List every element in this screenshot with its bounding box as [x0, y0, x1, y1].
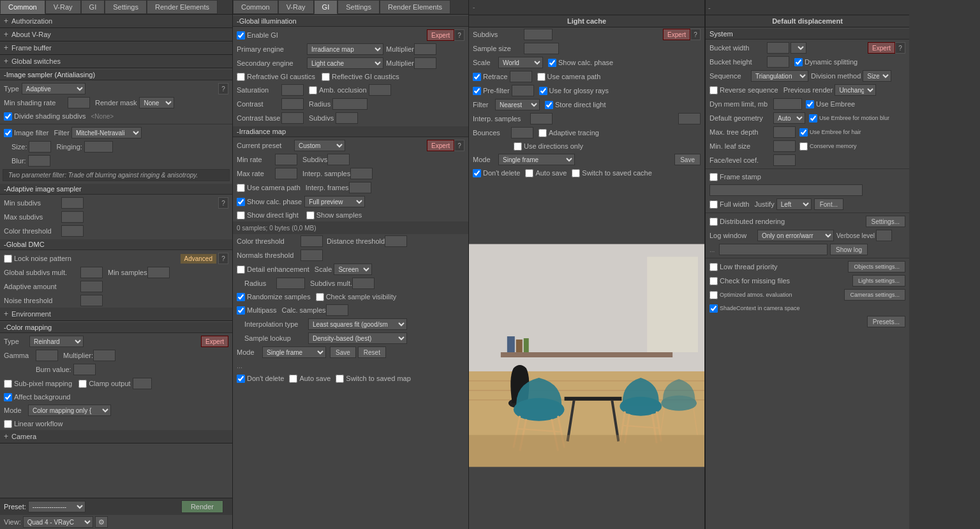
- lc-auto-save-check[interactable]: [525, 169, 533, 177]
- check-sample-vis-check[interactable]: [316, 293, 324, 301]
- global-switches-section[interactable]: + Global switches: [0, 55, 232, 68]
- color-mapping-header[interactable]: - Color mapping: [0, 322, 232, 333]
- lights-settings-btn[interactable]: Lights settings...: [852, 275, 905, 287]
- amb-occlusion-check[interactable]: [309, 86, 317, 94]
- size-input[interactable]: 4,0: [29, 141, 51, 153]
- max-tree-input[interactable]: 80: [773, 126, 796, 138]
- dmc-question[interactable]: ?: [218, 253, 228, 264]
- system-header[interactable]: System: [706, 29, 909, 40]
- min-rate-input[interactable]: -3: [275, 154, 297, 165]
- type-question-btn[interactable]: ?: [218, 83, 228, 94]
- current-preset-select[interactable]: Custom: [294, 140, 345, 151]
- lc-mode-select[interactable]: Single frame: [498, 154, 575, 165]
- global-subdivs-input[interactable]: 1,0: [80, 267, 103, 278]
- saturation-input[interactable]: 1,0: [281, 84, 304, 96]
- dist-settings-btn[interactable]: Settings...: [866, 216, 905, 227]
- font-btn[interactable]: Font...: [814, 198, 843, 210]
- sys-expert-btn[interactable]: Expert: [868, 42, 895, 54]
- bucket-width-input[interactable]: 30: [767, 42, 789, 54]
- subdivs-mult-input[interactable]: 0,3: [352, 278, 375, 289]
- lc-prefilter-check[interactable]: [473, 87, 481, 95]
- frame-buffer-section[interactable]: + Frame buffer: [0, 41, 232, 55]
- min-shading-input[interactable]: 1: [68, 97, 90, 108]
- min-subdivs-input[interactable]: 1: [61, 197, 84, 209]
- about-vray-section[interactable]: + About V-Ray: [0, 28, 232, 41]
- mode-cm-select[interactable]: Color mapping only {: [28, 405, 111, 416]
- tab-vray-left[interactable]: V-Ray: [45, 0, 81, 14]
- lc-scale-select[interactable]: World: [498, 57, 543, 68]
- use-camera-path-check[interactable]: [237, 184, 245, 192]
- secondary-engine-select[interactable]: Light cache: [307, 57, 383, 69]
- filter-select[interactable]: Mitchell-Netravali: [71, 127, 142, 138]
- type-cm-select[interactable]: Reinhard: [29, 336, 84, 347]
- log-file-input[interactable]: %TEMP%\VRayLog.txt: [719, 244, 828, 255]
- lc-retrace-input[interactable]: 1,0: [510, 71, 532, 82]
- verbose-level-input[interactable]: 3: [876, 230, 892, 241]
- reflective-gi-check[interactable]: [322, 73, 330, 81]
- face-level-input[interactable]: 1,0: [773, 154, 796, 166]
- noise-threshold-input[interactable]: 0,005: [80, 295, 103, 306]
- calc-samples-input[interactable]: 15: [326, 304, 348, 316]
- tab-settings-mid[interactable]: Settings: [338, 0, 380, 14]
- scale-de-select[interactable]: Screen: [334, 264, 372, 275]
- lc-sample-size-input[interactable]: 0,01cm: [524, 43, 559, 54]
- dyn-mem-input[interactable]: 8000: [773, 98, 802, 110]
- sys-question[interactable]: ?: [895, 42, 905, 54]
- lc-store-direct-check[interactable]: [545, 101, 553, 109]
- ir-reset-btn[interactable]: Reset: [358, 346, 386, 358]
- log-window-select[interactable]: Only on error/warr: [757, 230, 834, 241]
- interp-frames-input[interactable]: 2: [349, 182, 371, 193]
- environment-section[interactable]: + Environment: [0, 308, 232, 321]
- divide-shading-check[interactable]: [4, 112, 12, 121]
- frame-stamp-check[interactable]: [709, 173, 718, 181]
- division-method-select[interactable]: Size: [863, 70, 891, 82]
- radius-input[interactable]: 10,0cm: [332, 98, 368, 110]
- subdivs-ao-input[interactable]: 8: [336, 112, 358, 124]
- min-subdivs-question[interactable]: ?: [218, 197, 228, 209]
- lc-camera-path-check[interactable]: [537, 73, 546, 81]
- detail-enhancement-check[interactable]: [237, 265, 245, 274]
- lc-subdivs-input[interactable]: 800: [524, 29, 553, 40]
- lc-use-glossy-check[interactable]: [539, 87, 547, 95]
- lc-interp-input2[interactable]: 0,8: [678, 113, 701, 124]
- view-select[interactable]: Quad 4 - VRayC: [23, 516, 93, 528]
- tab-vray-mid[interactable]: V-Ray: [278, 0, 314, 14]
- gi-question[interactable]: ?: [454, 29, 464, 41]
- max-subdivs-input[interactable]: 4: [61, 211, 84, 223]
- justify-select[interactable]: Left: [776, 198, 812, 210]
- advanced-btn[interactable]: Advanced: [180, 253, 217, 264]
- blur-input[interactable]: 0,333: [28, 155, 50, 167]
- show-direct-check[interactable]: [237, 211, 245, 220]
- type-select[interactable]: Adaptive: [22, 83, 85, 94]
- normals-threshold-input[interactable]: 0,25: [301, 250, 323, 261]
- show-calc-check[interactable]: [237, 198, 245, 206]
- dont-delete-check[interactable]: [237, 375, 245, 383]
- clamp-check[interactable]: [78, 380, 87, 388]
- multiplier-input-cm[interactable]: 1,1: [93, 350, 115, 361]
- enable-gi-check[interactable]: [237, 31, 245, 40]
- dynamic-splitting-check[interactable]: [794, 58, 803, 66]
- switch-saved-check[interactable]: [336, 375, 344, 383]
- show-samples-check[interactable]: [306, 211, 315, 220]
- color-threshold-input-left[interactable]: 0,005: [61, 225, 84, 237]
- tab-gi-left[interactable]: GI: [81, 0, 105, 14]
- shade-context-check[interactable]: [709, 304, 718, 313]
- lc-dont-delete-check[interactable]: [473, 169, 481, 177]
- lc-bounces-input[interactable]: 100: [511, 127, 533, 138]
- lc-show-calc-check[interactable]: [548, 59, 556, 67]
- subdivs-ir-input[interactable]: 80: [327, 154, 350, 165]
- low-thread-check[interactable]: [709, 263, 718, 271]
- max-rate-input[interactable]: -2: [275, 168, 297, 179]
- irradiance-header[interactable]: - Irradiance map: [233, 126, 468, 137]
- gamma-input[interactable]: 2,2: [36, 350, 58, 361]
- tab-common-left[interactable]: Common: [0, 0, 45, 14]
- render-btn[interactable]: Render: [181, 500, 223, 513]
- optimized-atmos-check[interactable]: [709, 291, 718, 299]
- bucket-width-unit[interactable]: L: [791, 42, 806, 54]
- adaptive-amount-input[interactable]: 0,85: [80, 281, 103, 292]
- adaptive-sampler-header[interactable]: - Adaptive image sampler: [0, 184, 232, 195]
- mode-ir-select[interactable]: Single frame: [262, 346, 326, 358]
- reverse-seq-check[interactable]: [709, 86, 718, 94]
- burn-input[interactable]: 0,6: [73, 364, 96, 375]
- prev-render-select[interactable]: Unchange: [835, 84, 876, 96]
